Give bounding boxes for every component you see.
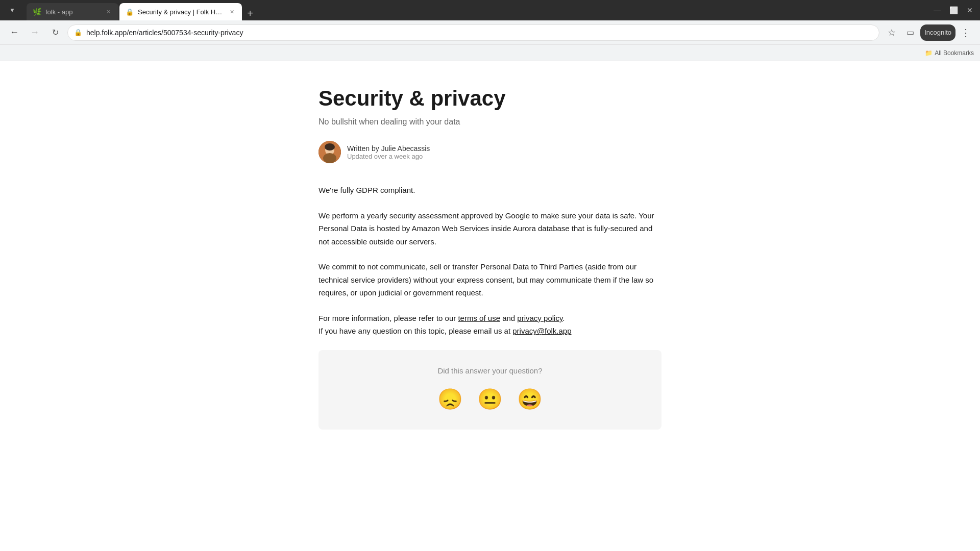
terms-of-use-link[interactable]: terms of use [458, 314, 500, 322]
feedback-disappointed-button[interactable]: 😞 [435, 385, 465, 413]
email-link[interactable]: privacy@folk.app [512, 327, 571, 335]
minimize-button[interactable]: — [931, 4, 943, 16]
privacy-policy-link[interactable]: privacy policy [517, 314, 562, 322]
incognito-label: Incognito [924, 29, 951, 36]
paragraph-commit: We commit to not communicate, sell or tr… [318, 260, 662, 299]
feedback-happy-button[interactable]: 😄 [515, 385, 545, 413]
author-section: Written by Julie Abecassis Updated over … [318, 141, 662, 163]
tabs-bar: 🌿 folk - app ✕ 🔒 Security & privacy | Fo… [27, 0, 257, 20]
nav-actions: ☆ ▭ Incognito ⋮ [884, 24, 974, 41]
avatar-image [318, 141, 341, 163]
tab-label: folk - app [45, 8, 100, 16]
links-before-text: For more information, please refer to ou… [318, 314, 458, 322]
svg-point-2 [323, 153, 336, 163]
browser-window: ▼ 🌿 folk - app ✕ 🔒 Security & privacy | … [0, 0, 980, 551]
period-text: . [562, 314, 565, 322]
menu-button[interactable]: ⋮ [958, 24, 974, 41]
bookmark-button[interactable]: ☆ [884, 24, 900, 41]
and-text: and [500, 314, 517, 322]
tab-close-button[interactable]: ✕ [104, 8, 112, 16]
article-body: We're fully GDPR compliant. We perform a… [318, 184, 662, 338]
close-button[interactable]: ✕ [964, 4, 976, 16]
title-bar: ▼ 🌿 folk - app ✕ 🔒 Security & privacy | … [0, 0, 980, 20]
feedback-box: Did this answer your question? 😞 😐 😄 [318, 350, 662, 430]
feedback-neutral-button[interactable]: 😐 [475, 385, 505, 413]
back-button[interactable]: ← [6, 24, 22, 41]
all-bookmarks-label: All Bookmarks [935, 49, 974, 57]
tab-security-privacy[interactable]: 🔒 Security & privacy | Folk Help ✕ [119, 3, 242, 20]
tab-favicon: 🌿 [33, 8, 41, 16]
email-before-text: If you have any question on this topic, … [318, 327, 512, 335]
refresh-button[interactable]: ↻ [47, 24, 63, 41]
tab-prev-button[interactable]: ▼ [4, 2, 20, 18]
author-avatar [318, 141, 341, 163]
address-bar[interactable]: 🔒 help.folk.app/en/articles/5007534-secu… [67, 24, 879, 41]
url-text: help.folk.app/en/articles/5007534-securi… [86, 29, 243, 37]
all-bookmarks-link[interactable]: 📁 All Bookmarks [925, 49, 974, 57]
author-updated: Updated over a week ago [347, 153, 430, 160]
sidebar-button[interactable]: ▭ [902, 24, 918, 41]
incognito-button[interactable]: Incognito [920, 24, 955, 41]
paragraph-gdpr: We're fully GDPR compliant. [318, 184, 662, 197]
feedback-question: Did this answer your question? [331, 366, 649, 375]
author-name: Written by Julie Abecassis [347, 144, 430, 153]
article-title: Security & privacy [318, 86, 662, 111]
maximize-button[interactable]: ⬜ [947, 4, 960, 16]
page-content: Security & privacy No bullshit when deal… [0, 61, 980, 551]
tab-favicon: 🔒 [126, 8, 134, 16]
article-subtitle: No bullshit when dealing with your data [318, 117, 662, 127]
new-tab-button[interactable]: + [243, 6, 257, 20]
feedback-emojis: 😞 😐 😄 [331, 385, 649, 413]
svg-point-4 [325, 143, 335, 151]
lock-icon: 🔒 [74, 29, 82, 36]
bookmarks-bar: 📁 All Bookmarks [0, 45, 980, 61]
forward-button[interactable]: → [27, 24, 43, 41]
bookmarks-folder-icon: 📁 [925, 49, 933, 57]
window-controls: ▼ [4, 2, 20, 18]
paragraph-links: For more information, please refer to ou… [318, 312, 662, 338]
nav-bar: ← → ↻ 🔒 help.folk.app/en/articles/500753… [0, 20, 980, 45]
tab-label: Security & privacy | Folk Help [138, 8, 224, 16]
paragraph-security: We perform a yearly security assessment … [318, 209, 662, 248]
tab-folk-app[interactable]: 🌿 folk - app ✕ [27, 3, 118, 20]
tab-close-active-button[interactable]: ✕ [228, 8, 236, 16]
article-container: Security & privacy No bullshit when deal… [306, 61, 674, 470]
author-info: Written by Julie Abecassis Updated over … [347, 144, 430, 160]
